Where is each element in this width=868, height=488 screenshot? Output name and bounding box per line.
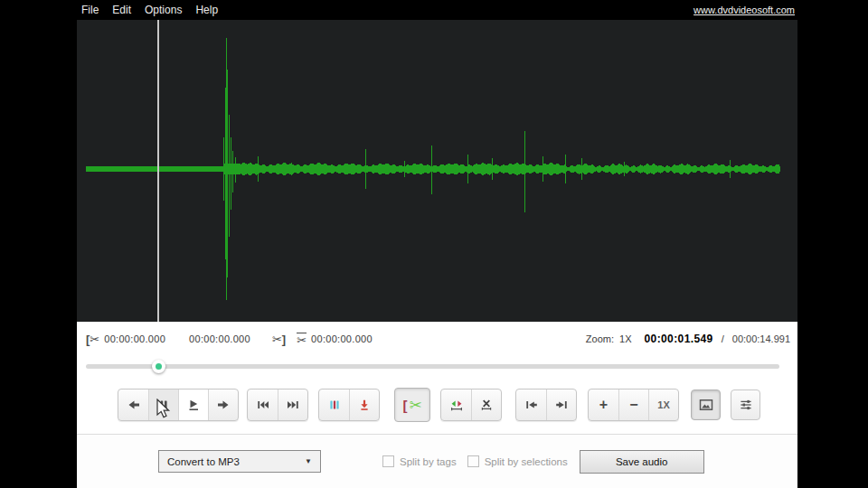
time-bar: [✂ 00:00:00.000 00:00:00.000 ✂] ✂ 00:00:… — [77, 322, 797, 356]
play-icon — [186, 398, 201, 412]
cut-start-scissors-icon: ✂ — [90, 333, 99, 345]
pause-icon — [156, 398, 171, 412]
cut-end-scissors-icon: ✂ — [272, 333, 282, 346]
zoom-reset-button[interactable]: 1X — [648, 389, 678, 420]
add-marker-button[interactable] — [349, 389, 379, 420]
arrow-left-icon — [127, 398, 141, 412]
output-format-select[interactable]: Convert to MP3 ▼ — [158, 450, 321, 473]
show-waveform-image-button[interactable] — [691, 389, 721, 420]
split-by-selections-label: Split by selections — [485, 456, 568, 467]
tags-markers-button[interactable] — [319, 389, 349, 420]
cut-scissors-icon: ✂ — [409, 398, 421, 413]
split-by-tags-label: Split by tags — [400, 456, 457, 467]
seek-thumb-dot — [156, 363, 162, 370]
toolbar: [ ✂ + — [77, 376, 797, 434]
zoom-group: + − 1X — [588, 389, 679, 421]
arrow-right-icon — [216, 398, 231, 412]
zoom-value: 1X — [619, 333, 631, 344]
seek-slider-row — [77, 356, 797, 376]
menu-help[interactable]: Help — [193, 3, 220, 17]
zoom-1x-label: 1X — [657, 399, 669, 410]
step-back-button[interactable] — [118, 389, 148, 420]
current-time: 00:00:01.549 — [645, 333, 713, 345]
cut-length-scissors-icon: ✂ — [297, 333, 307, 346]
picture-icon — [698, 398, 714, 412]
go-to-selection-end-button[interactable] — [546, 389, 576, 420]
play-selection-button[interactable] — [441, 389, 471, 420]
jump-group — [515, 389, 577, 421]
zoom-label: Zoom: — [586, 333, 614, 344]
plus-icon: + — [599, 398, 608, 412]
chevron-down-icon: ▼ — [305, 457, 312, 465]
menu-edit[interactable]: Edit — [110, 3, 133, 17]
tags-group — [318, 389, 380, 421]
tag-bars-icon — [327, 398, 342, 412]
transport-group — [118, 389, 239, 421]
save-audio-button[interactable]: Save audio — [580, 450, 704, 474]
skip-end-icon — [286, 398, 300, 412]
download-arrow-icon — [357, 398, 372, 412]
website-link[interactable]: www.dvdvideosoft.com — [693, 5, 795, 15]
cut-length-time: 00:00:00.000 — [311, 333, 373, 344]
zoom-in-button[interactable]: + — [589, 389, 618, 420]
checkbox-box[interactable] — [467, 455, 479, 467]
zoom-out-button[interactable]: − — [618, 389, 648, 420]
bar-arrow-right-icon — [554, 398, 569, 412]
pause-button[interactable] — [148, 389, 178, 420]
checkbox-box[interactable] — [382, 455, 394, 467]
equalizer-sliders-icon — [739, 398, 753, 412]
screen: File Edit Options Help www.dvdvideosoft.… — [0, 0, 868, 488]
waveform-graphic — [77, 20, 797, 322]
waveform-panel[interactable] — [77, 20, 797, 322]
app-window: File Edit Options Help www.dvdvideosoft.… — [77, 0, 797, 488]
playhead[interactable] — [157, 20, 159, 322]
skip-group — [247, 389, 308, 421]
selection-bounds-icon — [449, 398, 464, 412]
cut-bracket-icon: [ — [402, 398, 407, 413]
cut-end-time: 00:00:00.000 — [189, 333, 250, 344]
play-button[interactable] — [178, 389, 208, 420]
seek-slider-track[interactable] — [86, 364, 779, 369]
menu-file[interactable]: File — [80, 3, 100, 17]
go-to-selection-start-button[interactable] — [516, 389, 546, 420]
split-by-selections-checkbox[interactable]: Split by selections — [467, 455, 568, 467]
skip-to-start-button[interactable] — [248, 389, 278, 420]
split-by-tags-checkbox[interactable]: Split by tags — [382, 455, 457, 467]
time-separator: / — [722, 333, 724, 344]
clear-selection-button[interactable] — [471, 389, 501, 420]
clear-x-icon — [479, 398, 494, 412]
selection-group — [440, 389, 502, 421]
cut-selection-button[interactable]: [ ✂ — [394, 388, 430, 422]
settings-button[interactable] — [731, 389, 760, 420]
step-forward-button[interactable] — [208, 389, 238, 420]
menu-bar: File Edit Options Help www.dvdvideosoft.… — [77, 0, 797, 20]
skip-to-end-button[interactable] — [278, 389, 307, 420]
bottom-bar: Convert to MP3 ▼ Split by tags Split by … — [77, 434, 797, 488]
cut-start-time: 00:00:00.000 — [104, 333, 165, 344]
output-format-value: Convert to MP3 — [167, 456, 240, 467]
seek-slider-thumb[interactable] — [152, 360, 165, 373]
selection-close-bracket: ] — [282, 333, 286, 346]
total-time: 00:00:14.991 — [732, 333, 790, 344]
bar-arrow-left-icon — [524, 398, 539, 412]
skip-start-icon — [256, 398, 270, 412]
menu-options[interactable]: Options — [143, 3, 184, 17]
minus-icon: − — [629, 398, 637, 412]
